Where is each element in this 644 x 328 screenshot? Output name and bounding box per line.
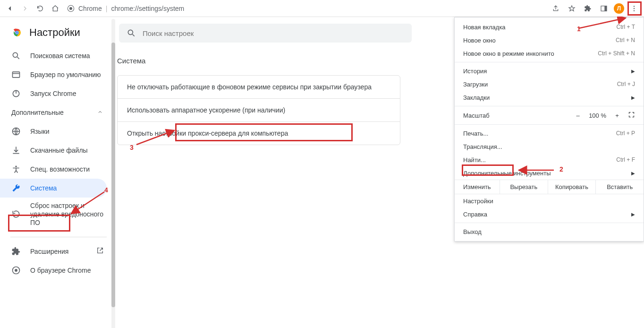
section-title: Система	[117, 57, 400, 65]
profile-avatar[interactable]: Л	[614, 3, 624, 14]
toolbar-right: Л	[550, 2, 640, 15]
bookmark-star-icon[interactable]	[566, 2, 578, 15]
sidebar-item-search-engine[interactable]: Поисковая система	[0, 46, 107, 65]
sidebar-item-label: Система	[30, 184, 57, 192]
svg-point-15	[15, 166, 17, 167]
menu-paste[interactable]: Вставить	[596, 180, 644, 194]
sidebar-item-startup[interactable]: Запуск Chrome	[0, 84, 107, 103]
menu-button[interactable]	[628, 2, 640, 15]
sidebar-item-system[interactable]: Система	[0, 179, 107, 198]
menu-copy[interactable]: Копировать	[548, 180, 596, 194]
chrome-icon	[67, 5, 75, 12]
sidepanel-icon[interactable]	[598, 2, 610, 15]
menu-cut[interactable]: Вырезать	[500, 180, 548, 194]
sidebar-item-reset[interactable]: Сброс настроек и удаление вредоносного П…	[0, 198, 107, 231]
menu-exit[interactable]: Выход	[455, 225, 644, 238]
svg-point-11	[13, 52, 17, 57]
share-icon[interactable]	[550, 2, 562, 15]
system-panel: Система Не отключать работающие в фоново…	[117, 57, 400, 145]
menu-separator	[455, 62, 644, 62]
address-chrome-label: Chrome	[78, 5, 102, 12]
settings-title-row: Настройки	[0, 23, 117, 46]
sidebar-item-default-browser[interactable]: Браузер по умолчанию	[0, 65, 107, 84]
back-button[interactable]	[4, 2, 16, 15]
fullscreen-icon[interactable]	[628, 111, 635, 120]
menu-history[interactable]: История▶	[455, 64, 644, 78]
menu-downloads[interactable]: ЗагрузкиCtrl + J	[455, 78, 644, 91]
menu-incognito[interactable]: Новое окно в режиме инкогнитоCtrl + Shif…	[455, 47, 644, 60]
sidebar-item-label: Расширения	[30, 248, 68, 255]
wrench-icon	[11, 183, 21, 193]
menu-print[interactable]: Печать...Ctrl + P	[455, 127, 644, 140]
menu-separator	[455, 223, 644, 223]
chevron-right-icon: ▶	[631, 171, 635, 176]
chevron-up-icon	[97, 109, 103, 116]
search-icon	[11, 51, 21, 60]
menu-settings[interactable]: Настройки	[455, 194, 644, 207]
sidebar-scroll-thumb[interactable]	[111, 43, 115, 307]
globe-icon	[11, 127, 21, 136]
menu-edit-row: Изменить Вырезать Копировать Вставить	[455, 180, 644, 194]
svg-rect-12	[13, 72, 20, 78]
settings-title: Настройки	[29, 26, 80, 39]
sidebar-item-extensions[interactable]: Расширения	[0, 242, 107, 261]
setting-row-hardware-accel[interactable]: Использовать аппаратное ускорение (при н…	[118, 99, 400, 122]
forward-button[interactable]	[19, 2, 31, 15]
chevron-right-icon: ▶	[631, 95, 635, 100]
reload-button[interactable]	[34, 2, 46, 15]
address-bar[interactable]: Chrome | chrome://settings/system	[64, 5, 547, 12]
annotation-label-4: 4	[104, 186, 108, 194]
sidebar-item-downloads[interactable]: Скачанные файлы	[0, 141, 107, 160]
sidebar-item-about[interactable]: О браузере Chrome	[0, 261, 107, 280]
search-icon	[127, 28, 136, 38]
extensions-icon[interactable]	[582, 2, 594, 15]
settings-search-input[interactable]	[143, 29, 404, 37]
menu-more-tools[interactable]: Дополнительные инструменты▶	[455, 166, 644, 180]
menu-cast[interactable]: Трансляция...	[455, 140, 644, 153]
chevron-right-icon: ▶	[631, 212, 635, 217]
setting-row-background[interactable]: Не отключать работающие в фоновом режиме…	[118, 76, 400, 99]
sidebar-divider	[10, 237, 107, 237]
settings-card: Не отключать работающие в фоновом режиме…	[117, 75, 400, 145]
zoom-out-button[interactable]: –	[574, 112, 582, 119]
sidebar-item-label: Поисковая система	[30, 52, 90, 60]
home-button[interactable]	[49, 2, 61, 15]
annotation-label-2: 2	[559, 165, 563, 173]
reset-icon	[11, 209, 21, 219]
svg-point-17	[15, 269, 17, 272]
address-separator: |	[106, 5, 108, 12]
sidebar-item-label: Браузер по умолчанию	[30, 71, 101, 78]
svg-point-5	[634, 8, 635, 9]
chrome-small-icon	[11, 266, 21, 275]
download-icon	[11, 146, 21, 155]
zoom-in-button[interactable]: +	[613, 112, 621, 119]
menu-new-window[interactable]: Новое окноCtrl + N	[455, 34, 644, 47]
accessibility-icon	[11, 164, 21, 174]
svg-point-10	[16, 32, 18, 34]
menu-separator	[455, 124, 644, 125]
menu-zoom: Масштаб – 100 % +	[455, 108, 644, 122]
address-url: chrome://settings/system	[111, 5, 184, 12]
menu-find[interactable]: Найти...Ctrl + F	[455, 153, 644, 166]
svg-point-6	[634, 10, 635, 11]
svg-rect-3	[604, 6, 607, 11]
menu-new-tab[interactable]: Новая вкладкаCtrl + T	[455, 20, 644, 34]
zoom-value: 100 %	[589, 112, 606, 119]
svg-point-4	[634, 6, 635, 7]
sidebar-item-label: О браузере Chrome	[30, 267, 91, 274]
settings-search[interactable]	[119, 24, 412, 43]
menu-separator	[455, 106, 644, 106]
chevron-right-icon: ▶	[631, 69, 635, 74]
sidebar-item-accessibility[interactable]: Спец. возможности	[0, 160, 107, 179]
menu-help[interactable]: Справка▶	[455, 207, 644, 221]
setting-row-proxy[interactable]: Открыть настройки прокси-сервера для ком…	[118, 122, 400, 145]
sidebar-item-languages[interactable]: Языки	[0, 122, 107, 141]
chrome-logo-icon	[11, 27, 23, 38]
menu-bookmarks[interactable]: Закладки▶	[455, 91, 644, 104]
sidebar-item-label: Спец. возможности	[30, 165, 90, 173]
external-link-icon	[96, 247, 104, 256]
svg-point-18	[128, 30, 133, 35]
menu-edit-label: Изменить	[455, 180, 500, 194]
sidebar-advanced-header[interactable]: Дополнительные	[0, 103, 117, 122]
power-icon	[11, 89, 21, 98]
